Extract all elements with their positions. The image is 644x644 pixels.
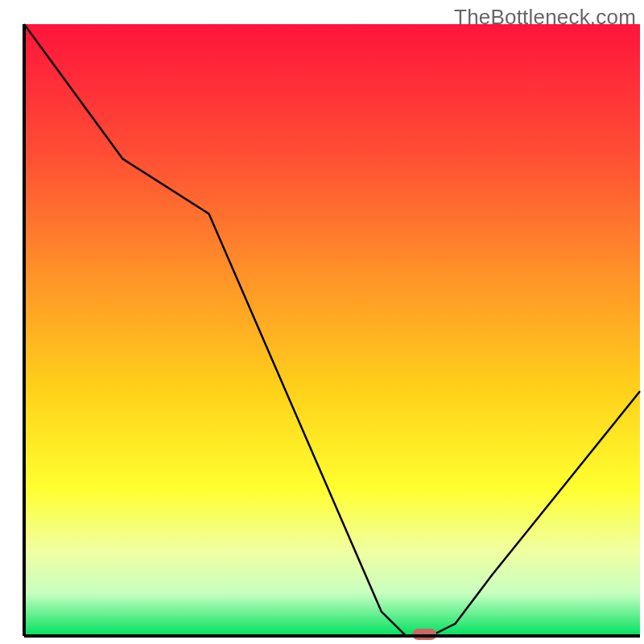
bottleneck-chart: [0, 0, 644, 644]
watermark-text: TheBottleneck.com: [454, 5, 636, 30]
chart-container: TheBottleneck.com: [0, 0, 644, 644]
plot-background: [24, 24, 640, 636]
